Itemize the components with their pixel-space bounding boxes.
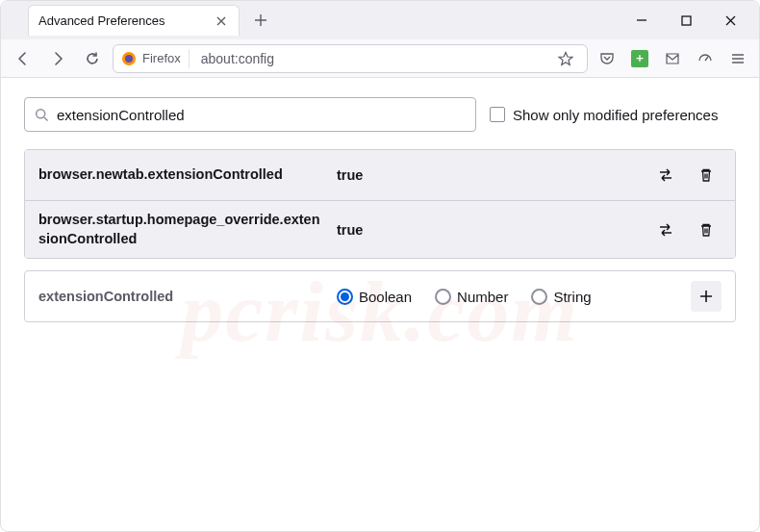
content-area: Show only modified preferences browser.n… xyxy=(1,78,759,342)
search-box[interactable] xyxy=(24,97,476,132)
add-new-row: extensionControlled Boolean Number Strin… xyxy=(24,270,736,322)
titlebar: Advanced Preferences xyxy=(1,1,759,39)
radio-unchecked-icon xyxy=(531,289,547,305)
toggle-button[interactable] xyxy=(650,215,681,245)
close-window-button[interactable] xyxy=(717,7,744,34)
extension-green-icon[interactable]: ＋ xyxy=(626,45,653,72)
add-new-name: extensionControlled xyxy=(38,289,327,304)
checkbox-icon xyxy=(490,107,505,122)
radio-label: Boolean xyxy=(359,289,412,305)
table-row[interactable]: browser.startup.homepage_override.extens… xyxy=(25,200,735,258)
radio-label: Number xyxy=(457,289,508,305)
results-table: browser.newtab.extensionControlled true … xyxy=(24,149,736,259)
pref-name: browser.startup.homepage_override.extens… xyxy=(38,211,327,248)
radio-label: String xyxy=(553,289,591,305)
radio-string[interactable]: String xyxy=(531,289,591,305)
bookmark-star-icon[interactable] xyxy=(552,45,579,72)
pref-value: true xyxy=(337,222,641,238)
search-row: Show only modified preferences xyxy=(24,97,736,132)
search-icon xyxy=(35,108,49,122)
svg-rect-0 xyxy=(682,16,691,25)
window-controls xyxy=(613,7,759,34)
svg-point-2 xyxy=(125,55,133,63)
row-actions xyxy=(650,160,722,190)
pref-name: browser.newtab.extensionControlled xyxy=(38,165,327,185)
svg-point-3 xyxy=(37,109,45,117)
identity-label: Firefox xyxy=(142,51,181,65)
forward-button[interactable] xyxy=(43,44,72,73)
back-button[interactable] xyxy=(9,44,38,73)
identity-box[interactable]: Firefox xyxy=(121,49,190,68)
table-row[interactable]: browser.newtab.extensionControlled true xyxy=(25,150,735,200)
firefox-logo-icon xyxy=(121,51,137,66)
close-tab-button[interactable] xyxy=(214,13,229,29)
radio-unchecked-icon xyxy=(435,289,451,305)
new-tab-button[interactable] xyxy=(247,7,274,34)
maximize-button[interactable] xyxy=(672,7,699,34)
delete-button[interactable] xyxy=(691,215,722,245)
radio-checked-icon xyxy=(337,289,353,305)
search-input[interactable] xyxy=(57,107,466,123)
dashboard-icon[interactable] xyxy=(692,45,719,72)
pocket-icon[interactable] xyxy=(594,45,621,72)
tabs-area: Advanced Preferences xyxy=(1,5,613,36)
url-text: about:config xyxy=(201,51,274,66)
app-menu-button[interactable] xyxy=(724,45,751,72)
row-actions xyxy=(650,215,722,245)
toggle-button[interactable] xyxy=(650,160,681,190)
delete-button[interactable] xyxy=(691,160,722,190)
radio-boolean[interactable]: Boolean xyxy=(337,289,412,305)
navigation-toolbar: Firefox about:config ＋ xyxy=(1,39,759,78)
show-modified-checkbox[interactable]: Show only modified preferences xyxy=(490,107,718,123)
active-tab[interactable]: Advanced Preferences xyxy=(28,5,240,36)
add-button[interactable] xyxy=(691,281,722,312)
inbox-icon[interactable] xyxy=(659,45,686,72)
radio-number[interactable]: Number xyxy=(435,289,508,305)
checkbox-label-text: Show only modified preferences xyxy=(513,107,718,123)
type-radio-group: Boolean Number String xyxy=(337,289,681,305)
minimize-button[interactable] xyxy=(628,7,655,34)
reload-button[interactable] xyxy=(78,44,107,73)
url-bar[interactable]: Firefox about:config xyxy=(113,44,588,73)
pref-value: true xyxy=(337,167,641,183)
tab-title: Advanced Preferences xyxy=(38,13,165,28)
